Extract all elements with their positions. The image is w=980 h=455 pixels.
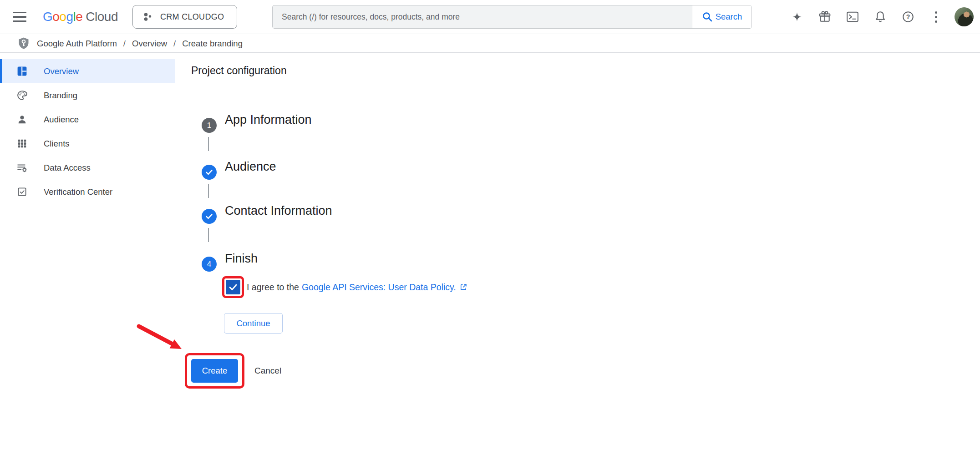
sidebar-item-label: Overview <box>44 66 79 76</box>
continue-button[interactable]: Continue <box>224 313 283 334</box>
user-avatar[interactable] <box>955 7 974 26</box>
step-done-check-icon <box>205 212 213 221</box>
agreement-text: I agree to the Google API Services: User… <box>247 282 467 293</box>
logo-letter: g <box>66 10 73 24</box>
auth-platform-icon <box>17 36 30 51</box>
checkbox-annotation-box <box>222 276 244 298</box>
create-annotation-box: Create <box>185 353 244 389</box>
checkbox-check-icon <box>228 282 239 293</box>
check-square-icon <box>16 187 28 197</box>
sidebar-item-label: Audience <box>44 115 79 125</box>
logo-letter: o <box>52 10 59 24</box>
breadcrumb-separator: / <box>123 39 126 49</box>
topbar-actions: ? <box>777 7 974 26</box>
project-name: CRM CLOUDGO <box>160 12 224 22</box>
sidebar-item-label: Clients <box>44 139 70 149</box>
agreement-checkbox[interactable] <box>226 280 240 294</box>
logo-letter: G <box>43 10 52 24</box>
more-options-icon[interactable] <box>928 9 944 25</box>
step-1-label: App Information <box>225 113 312 127</box>
cloud-shell-icon[interactable] <box>845 9 860 25</box>
step-number: 4 <box>207 260 211 269</box>
palette-icon <box>16 90 28 101</box>
page-title: Project configuration <box>191 65 287 77</box>
breadcrumb-item-create-branding: Create branding <box>182 39 243 49</box>
sidebar-item-overview[interactable]: Overview <box>0 59 175 83</box>
breadcrumb: Google Auth Platform / Overview / Create… <box>0 35 980 53</box>
breadcrumb-separator: / <box>173 39 176 49</box>
help-icon[interactable]: ? <box>900 9 916 25</box>
search-button-label: Search <box>716 12 742 22</box>
gift-icon[interactable] <box>817 9 833 25</box>
list-gear-icon <box>16 162 28 173</box>
create-button[interactable]: Create <box>191 359 238 383</box>
breadcrumb-item-overview[interactable]: Overview <box>132 39 167 49</box>
project-selector-button[interactable]: CRM CLOUDGO <box>132 5 237 29</box>
step-connector <box>208 228 209 242</box>
agreement-row: I agree to the Google API Services: User… <box>222 276 467 298</box>
main-content: Project configuration 1 App Information … <box>176 53 980 455</box>
logo-cloud-text: Cloud <box>86 10 118 24</box>
svg-text:?: ? <box>906 13 910 20</box>
gcp-console-page: G o o g l e Cloud CRM CLOUDGO Sea <box>0 0 980 455</box>
sidebar-item-label: Verification Center <box>44 187 112 197</box>
sidebar-item-label: Branding <box>44 91 77 101</box>
sidebar-item-audience[interactable]: Audience <box>0 107 175 131</box>
global-search-bar: Search <box>272 5 752 29</box>
cancel-button[interactable]: Cancel <box>250 353 286 389</box>
page-header: Project configuration <box>176 53 980 88</box>
sidebar-item-clients[interactable]: Clients <box>0 131 175 156</box>
sidebar-item-branding[interactable]: Branding <box>0 83 175 107</box>
apps-grid-icon <box>16 138 28 149</box>
gemini-icon[interactable] <box>789 9 805 25</box>
agreement-prefix: I agree to the <box>247 282 299 293</box>
google-cloud-logo[interactable]: G o o g l e Cloud <box>43 10 118 24</box>
step-2-circle <box>202 165 217 180</box>
person-icon <box>16 114 28 125</box>
search-input[interactable] <box>273 5 692 28</box>
sidebar-item-data-access[interactable]: Data Access <box>0 156 175 180</box>
search-button[interactable]: Search <box>692 5 752 28</box>
step-2-label: Audience <box>225 160 276 174</box>
step-connector <box>208 137 209 151</box>
logo-letter: o <box>59 10 66 24</box>
top-app-bar: G o o g l e Cloud CRM CLOUDGO Sea <box>0 0 980 34</box>
step-1-circle: 1 <box>202 118 217 133</box>
step-3-label: Contact Information <box>225 204 332 218</box>
project-icon <box>143 12 153 22</box>
left-nav: Overview Branding Audienc <box>0 53 175 455</box>
menu-icon[interactable] <box>13 12 26 22</box>
user-data-policy-link[interactable]: Google API Services: User Data Policy. <box>302 282 456 293</box>
step-3-circle <box>202 209 217 224</box>
step-4-label: Finish <box>225 252 258 266</box>
step-connector <box>208 184 209 198</box>
logo-letter: e <box>76 10 82 24</box>
breadcrumb-item-auth-platform[interactable]: Google Auth Platform <box>37 39 117 49</box>
notifications-icon[interactable] <box>873 9 888 25</box>
sidebar-item-label: Data Access <box>44 163 91 173</box>
open-in-new-icon[interactable] <box>459 283 467 291</box>
search-icon <box>702 11 713 22</box>
sidebar-item-verification-center[interactable]: Verification Center <box>0 180 175 204</box>
overview-icon <box>16 66 28 77</box>
step-4-circle: 4 <box>202 257 217 272</box>
step-done-check-icon <box>205 168 213 177</box>
step-number: 1 <box>207 121 211 130</box>
